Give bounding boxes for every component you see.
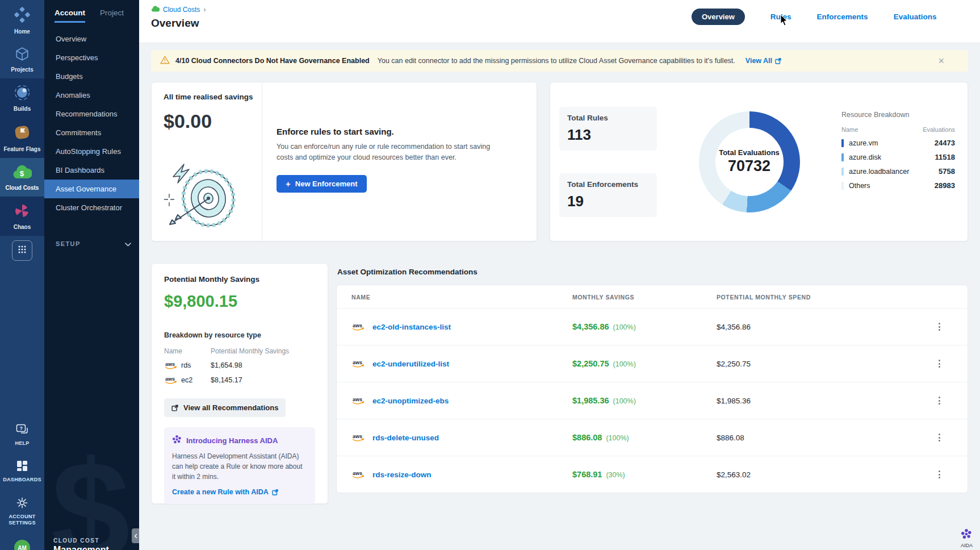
resource-name: rds — [181, 361, 191, 369]
view-all-recommendations-button[interactable]: View all Recommendations — [164, 398, 286, 417]
tab-enforcements[interactable]: Enforcements — [817, 13, 868, 21]
realised-savings-card: All time realised savings $0.00 — [151, 82, 537, 241]
evaluations-card: Total Rules 113 Total Enforcements 19 To… — [550, 82, 968, 241]
sidebar-item-commitments[interactable]: Commitments — [44, 123, 139, 142]
sidebar-item-home[interactable]: Home — [0, 0, 44, 40]
potential-savings-title: Potential Monthly Savings — [164, 275, 315, 284]
sidebar-item-label: Feature Flags — [3, 146, 40, 153]
recommendations-row: Potential Monthly Savings $9,800.15 Brea… — [151, 263, 968, 504]
donut-center: Total Evaluations 70732 — [715, 128, 784, 196]
legend-row: azure.loadbalancer 5758 — [841, 167, 955, 176]
row-menu-button[interactable] — [925, 431, 953, 444]
legend-name: Others — [849, 182, 935, 190]
banner-close-icon[interactable]: × — [938, 56, 944, 66]
dashboards-button[interactable]: DASHBOARDS — [3, 460, 41, 483]
product-line1: CLOUD COST — [53, 538, 109, 544]
sidebar-item-builds[interactable]: Builds — [0, 78, 44, 118]
feature-flags-icon — [14, 124, 31, 143]
savings-percent: (100%) — [613, 360, 636, 368]
tab-rules[interactable]: Rules — [770, 13, 791, 21]
account-settings-button[interactable]: ACCOUNT SETTINGS — [0, 497, 44, 527]
legend-col-evaluations: Evaluations — [923, 126, 955, 133]
potential-spend-value: $1,985.36 — [717, 397, 925, 405]
user-avatar[interactable]: AM — [14, 540, 30, 550]
legend-header: Name Evaluations — [841, 126, 955, 133]
dollar-watermark: $ — [51, 430, 130, 550]
aws-icon: aws — [351, 322, 365, 331]
enforce-title: Enforce rules to start saving. — [277, 127, 520, 136]
dashboards-label: DASHBOARDS — [3, 477, 41, 483]
recommendation-link[interactable]: aws ec2-old-instances-list — [351, 322, 572, 331]
recommendation-link[interactable]: aws rds-delete-unused — [351, 433, 572, 442]
monthly-savings-value: $1,985.36(100%) — [572, 396, 717, 405]
aida-assistant-button[interactable]: AIDA — [961, 528, 973, 548]
aws-icon: aws — [164, 376, 178, 385]
row-menu-button[interactable] — [925, 357, 953, 370]
sidebar-item-projects[interactable]: Projects — [0, 40, 44, 78]
legend-color-chip — [841, 182, 844, 190]
sidenav: Account Project OverviewPerspectivesBudg… — [44, 0, 139, 550]
col-name: NAME — [351, 294, 572, 301]
recommendation-link[interactable]: aws rds-resize-down — [351, 470, 572, 479]
resource-savings: $1,654.98 — [211, 361, 315, 369]
row-menu-button[interactable] — [925, 468, 953, 481]
banner-text: You can edit connector to add the missin… — [378, 57, 735, 65]
monthly-savings-value: $768.91(30%) — [572, 470, 717, 479]
sidebar-item-label: Cloud Costs — [6, 185, 39, 191]
product-line2: Management — [53, 545, 109, 550]
legend-value: 28983 — [935, 181, 955, 190]
tab-evaluations[interactable]: Evaluations — [894, 13, 937, 21]
sidebar-item-asset-governance[interactable]: Asset Governance — [44, 180, 139, 198]
banner-title: 4/10 Cloud Connectors Do Not Have Govern… — [175, 57, 370, 65]
page-header: Cloud Costs › Overview Overview Rules En… — [139, 0, 980, 43]
setup-section-toggle[interactable]: SETUP — [44, 234, 139, 253]
sidebar-item-budgets[interactable]: Budgets — [44, 67, 139, 86]
chevron-down-icon — [125, 239, 131, 249]
sidebar-item-anomalies[interactable]: Anomalies — [44, 86, 139, 105]
potential-spend-value: $2,250.75 — [717, 360, 925, 368]
breakdown-col-name: Name — [164, 347, 211, 355]
summary-row: All time realised savings $0.00 — [151, 82, 968, 241]
sidebar-item-bi-dashboards[interactable]: BI Dashboards — [44, 161, 139, 180]
plus-icon: + — [286, 180, 291, 188]
row-menu-button[interactable] — [925, 320, 953, 333]
breadcrumb-link[interactable]: Cloud Costs — [163, 6, 200, 14]
tab-overview[interactable]: Overview — [692, 9, 745, 25]
potential-savings-card: Potential Monthly Savings $9,800.15 Brea… — [151, 263, 328, 504]
sidenav-collapse-handle[interactable] — [132, 528, 139, 543]
aws-icon: aws — [351, 396, 365, 405]
banner-view-all-link[interactable]: View All — [746, 57, 781, 65]
external-link-icon — [171, 405, 178, 411]
sidebar-item-recommendations[interactable]: Recommendations — [44, 105, 139, 123]
recommendation-link[interactable]: aws ec2-unoptimized-ebs — [351, 396, 572, 405]
cloud-costs-icon — [151, 6, 160, 14]
chevron-left-icon — [134, 531, 137, 541]
external-link-icon — [272, 489, 278, 495]
aida-text: Harness AI Development Assistant (AIDA) … — [172, 451, 307, 482]
tab-account[interactable]: Account — [55, 9, 85, 23]
sidebar-item-feature-flags[interactable]: Feature Flags — [0, 118, 44, 158]
recommendation-link[interactable]: aws ec2-underutilized-list — [351, 359, 572, 368]
new-enforcement-button[interactable]: + New Enforcement — [277, 175, 367, 193]
aida-create-rule-link[interactable]: Create a new Rule with AIDA — [172, 488, 278, 496]
module-rail: Home Projects Builds Feature Flags — [0, 0, 44, 550]
table-row: aws rds-delete-unused $886.08(100%) $886… — [337, 419, 968, 456]
svg-text:aws: aws — [165, 361, 175, 367]
target-illustration — [158, 152, 238, 234]
sidebar-item-autostopping-rules[interactable]: AutoStopping Rules — [44, 142, 139, 161]
sidebar-item-cluster-orchestrator[interactable]: Cluster Orchestrator — [44, 198, 139, 217]
help-button[interactable]: ? HELP — [15, 424, 29, 447]
external-link-icon — [775, 58, 781, 64]
legend-row: Others 28983 — [841, 181, 955, 190]
col-monthly-savings: MONTHLY SAVINGS — [572, 294, 717, 301]
module-switcher-button[interactable] — [12, 240, 32, 261]
tab-project[interactable]: Project — [100, 9, 124, 23]
sidebar-item-cloud-costs[interactable]: $ Cloud Costs — [0, 158, 44, 197]
sidebar-item-chaos[interactable]: Chaos — [0, 197, 44, 236]
sidebar-item-perspectives[interactable]: Perspectives — [44, 48, 139, 67]
total-rules-label: Total Rules — [567, 114, 649, 122]
sidebar-item-label: Chaos — [14, 224, 31, 231]
realised-savings-title: All time realised savings — [164, 93, 262, 101]
sidebar-item-overview[interactable]: Overview — [44, 30, 139, 48]
row-menu-button[interactable] — [925, 394, 953, 407]
